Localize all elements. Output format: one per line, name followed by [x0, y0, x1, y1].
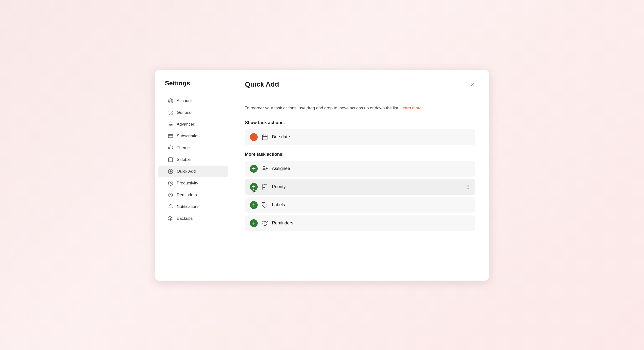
- sidebar-item-sidebar[interactable]: Sidebar: [158, 154, 228, 166]
- svg-point-8: [170, 125, 170, 126]
- due-date-label: Due date: [272, 134, 470, 140]
- add-labels-button[interactable]: [250, 201, 258, 209]
- more-action-labels: Labels: [245, 197, 475, 213]
- main-content: Quick Add × To reorder your task actions…: [231, 70, 489, 281]
- clock-icon: [168, 192, 173, 198]
- palette-icon: [168, 145, 173, 151]
- more-task-actions-section: More task actions: Assignee: [245, 152, 475, 231]
- sidebar-item-productivity[interactable]: Productivity: [158, 177, 228, 189]
- remove-due-date-button[interactable]: [250, 133, 258, 141]
- svg-point-0: [170, 99, 171, 101]
- svg-rect-9: [168, 134, 173, 138]
- close-button[interactable]: ×: [470, 80, 475, 89]
- svg-line-33: [267, 221, 268, 222]
- sidebar-title: Settings: [155, 79, 231, 87]
- drag-handle[interactable]: [466, 185, 470, 189]
- svg-line-32: [262, 221, 263, 222]
- calendar-icon: [262, 134, 268, 140]
- description-text: To reorder your task actions, use drag a…: [245, 105, 475, 111]
- flag-icon: [262, 184, 268, 190]
- more-action-reminders: Reminders: [245, 215, 475, 231]
- plus-circle-icon: [168, 169, 173, 174]
- page-title: Quick Add: [245, 80, 279, 88]
- sidebar-item-account[interactable]: Account: [158, 95, 228, 107]
- svg-point-26: [263, 166, 265, 168]
- svg-point-12: [170, 146, 171, 147]
- gear-icon: [168, 110, 173, 115]
- sidebar-item-reminders[interactable]: Reminders: [158, 189, 228, 201]
- sidebar-item-theme[interactable]: Theme: [158, 142, 228, 154]
- sidebar-item-backups[interactable]: Backups: [158, 213, 228, 224]
- labels-label: Labels: [272, 202, 470, 208]
- more-action-assignee: Assignee: [245, 161, 475, 177]
- add-priority-button-area: [250, 183, 258, 191]
- svg-rect-14: [168, 157, 173, 162]
- show-action-due-date: Due date: [245, 129, 475, 145]
- credit-card-icon: [168, 133, 173, 139]
- svg-point-13: [169, 148, 170, 149]
- svg-point-2: [170, 112, 171, 113]
- alarm-icon: [262, 220, 268, 226]
- chart-icon: [168, 181, 173, 186]
- sidebar-item-advanced[interactable]: Advanced: [158, 118, 228, 130]
- user-circle-icon: [168, 98, 173, 103]
- sidebar-item-general[interactable]: General: [158, 107, 228, 118]
- sliders-icon: [168, 122, 173, 127]
- sidebar-item-quick-add[interactable]: Quick Add: [158, 166, 228, 177]
- add-priority-button[interactable]: [250, 183, 258, 191]
- add-reminders-button[interactable]: [250, 219, 258, 227]
- priority-label: Priority: [272, 184, 463, 189]
- sidebar-item-subscription[interactable]: Subscription: [158, 130, 228, 142]
- sidebar-item-notifications[interactable]: Notifications: [158, 201, 228, 213]
- add-assignee-button[interactable]: [250, 165, 258, 173]
- svg-point-11: [169, 147, 170, 148]
- tag-icon: [262, 202, 268, 208]
- show-task-actions-heading: Show task actions:: [245, 120, 475, 125]
- main-header: Quick Add ×: [245, 80, 475, 89]
- sidebar-icon: [168, 157, 173, 162]
- svg-point-7: [171, 124, 172, 125]
- learn-more-link[interactable]: Learn more.: [400, 106, 423, 110]
- bell-icon: [168, 204, 173, 209]
- header-divider: [245, 97, 475, 97]
- sidebar: Settings Account General: [155, 70, 231, 281]
- user-plus-icon: [262, 166, 268, 172]
- svg-rect-22: [262, 135, 267, 140]
- reminders-label: Reminders: [272, 221, 470, 226]
- more-action-priority: Priority: [245, 179, 475, 195]
- assignee-label: Assignee: [272, 166, 470, 171]
- svg-point-6: [169, 122, 170, 123]
- cloud-upload-icon: [168, 216, 173, 221]
- settings-modal: Settings Account General: [155, 70, 489, 281]
- more-task-actions-heading: More task actions:: [245, 152, 475, 157]
